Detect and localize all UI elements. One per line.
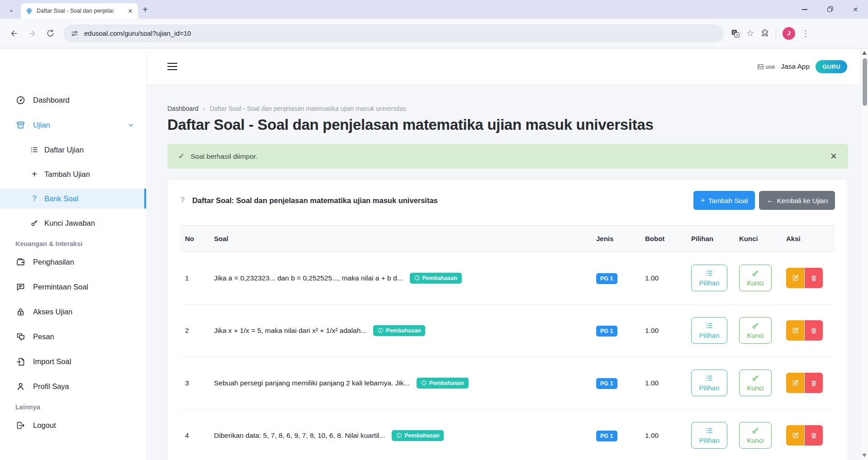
sidebar-item-ujian[interactable]: Ujian bbox=[0, 115, 146, 135]
pembahasan-badge[interactable]: Pembahasan bbox=[410, 273, 462, 284]
restore-icon bbox=[827, 6, 833, 12]
key-icon bbox=[751, 374, 759, 382]
col-header-pilihan: Pilihan bbox=[687, 226, 735, 252]
pembahasan-badge[interactable]: Pembahasan bbox=[392, 430, 444, 441]
col-header-kunci: Kunci bbox=[735, 226, 782, 252]
browser-tab[interactable]: Daftar Soal - Soal dan penjelasa ✕ bbox=[21, 3, 138, 19]
forward-button[interactable] bbox=[24, 26, 40, 41]
hamburger-menu-icon[interactable] bbox=[167, 63, 177, 71]
scroll-up-arrow-icon[interactable] bbox=[862, 51, 867, 55]
sidebar-item-dashboard[interactable]: Dashboard bbox=[0, 90, 146, 110]
kunci-button[interactable]: Kunci bbox=[739, 370, 772, 396]
kembali-ke-ujian-button[interactable]: ← Kembali ke Ujian bbox=[759, 191, 835, 210]
reload-button[interactable] bbox=[43, 26, 58, 41]
edit-button[interactable] bbox=[786, 373, 804, 393]
jenis-badge: PG 1 bbox=[596, 326, 617, 337]
edit-button[interactable] bbox=[786, 268, 804, 288]
sidebar-item-import-soal[interactable]: Import Soal bbox=[0, 351, 146, 371]
delete-button[interactable] bbox=[805, 425, 823, 446]
extensions-puzzle-icon[interactable] bbox=[760, 29, 769, 38]
delete-button[interactable] bbox=[805, 320, 823, 341]
sidebar-item-profil-saya[interactable]: Profil Saya bbox=[0, 376, 146, 396]
window-minimize-button[interactable] bbox=[792, 0, 817, 19]
translate-icon[interactable]: G A bbox=[731, 29, 740, 38]
page-scrollbar[interactable] bbox=[860, 48, 868, 460]
kunci-button[interactable]: Kunci bbox=[739, 317, 772, 344]
cell-no: 2 bbox=[180, 304, 209, 357]
sidebar-item-permintaan-soal[interactable]: Permintaan Soal bbox=[0, 277, 146, 297]
pilihan-button[interactable]: Pilihan bbox=[691, 370, 727, 396]
delete-button[interactable] bbox=[805, 268, 823, 288]
back-button[interactable] bbox=[6, 26, 22, 41]
info-circle-icon bbox=[378, 327, 384, 333]
url-bar[interactable]: edusoal.com/guru/soal?ujian_id=10 bbox=[63, 24, 724, 43]
sidebar-item-label: Penghasilan bbox=[33, 258, 74, 266]
alert-close-icon[interactable]: ✕ bbox=[830, 151, 837, 161]
breadcrumb-current: Daftar Soal - Soal dan penjelasan matema… bbox=[209, 105, 406, 112]
wallet-icon bbox=[15, 257, 25, 267]
sidebar-item-kunci-jawaban[interactable]: Kunci Jawaban bbox=[0, 213, 146, 233]
window-restore-button[interactable] bbox=[817, 0, 843, 19]
pilihan-button[interactable]: Pilihan bbox=[691, 422, 727, 449]
sidebar-item-akses-ujian[interactable]: Akses Ujian bbox=[0, 302, 146, 322]
card-header: ? Daftar Soal: Soal dan penjelasan matem… bbox=[168, 180, 848, 220]
browser-profile-avatar[interactable]: J bbox=[783, 27, 795, 40]
sidebar-item-label: Akses Ujian bbox=[33, 308, 72, 316]
sidebar-item-tambah-ujian[interactable]: + Tambah Ujian bbox=[0, 164, 146, 184]
pembahasan-badge[interactable]: Pembahasan bbox=[373, 325, 425, 336]
toolbar-separator bbox=[776, 28, 776, 39]
kunci-button[interactable]: Kunci bbox=[739, 422, 772, 449]
sidebar-item-pesan[interactable]: Pesan bbox=[0, 327, 146, 346]
pilihan-button[interactable]: Pilihan bbox=[691, 317, 727, 344]
tab-close-icon[interactable]: ✕ bbox=[126, 7, 134, 15]
pilihan-label: Pilihan bbox=[699, 384, 719, 392]
sidebar-item-daftar-ujian[interactable]: Daftar Ujian bbox=[0, 140, 146, 160]
soal-text: Jika x + 1/x = 5, maka nilai dari x² + 1… bbox=[214, 327, 366, 335]
col-header-no: No bbox=[180, 226, 209, 252]
kunci-label: Kunci bbox=[747, 436, 764, 444]
list-icon bbox=[705, 322, 713, 330]
bookmark-star-icon[interactable]: ☆ bbox=[746, 28, 754, 38]
site-favicon-diamond-icon bbox=[25, 7, 33, 15]
pembahasan-label: Pembahasan bbox=[386, 327, 421, 334]
kunci-button[interactable]: Kunci bbox=[739, 265, 772, 291]
browser-menu-icon[interactable]: ⋮ bbox=[802, 28, 810, 38]
edit-button[interactable] bbox=[786, 320, 804, 341]
tambah-soal-button[interactable]: + Tambah Soal bbox=[693, 191, 755, 210]
cell-no: 1 bbox=[180, 252, 209, 304]
sidebar-item-penghasilan[interactable]: Penghasilan bbox=[0, 252, 146, 272]
new-tab-button[interactable]: + bbox=[142, 5, 148, 15]
tab-search-button[interactable]: ⌄ bbox=[5, 3, 18, 16]
sidebar-item-label: Permintaan Soal bbox=[33, 283, 88, 291]
broken-image-icon bbox=[757, 63, 764, 71]
topbar-user-area[interactable]: use Jasa App GURU bbox=[757, 60, 847, 73]
breadcrumb-dashboard-link[interactable]: Dashboard bbox=[167, 105, 199, 112]
soal-table: No Soal Jenis Bobot Pilihan Kunci Aksi bbox=[180, 225, 835, 460]
chat-icon bbox=[15, 332, 25, 341]
help-question-icon: ? bbox=[180, 196, 185, 204]
trash-icon bbox=[810, 379, 817, 387]
sidebar-item-label: Logout bbox=[33, 421, 56, 430]
arrow-left-icon: ← bbox=[766, 196, 773, 204]
sidebar-item-logout[interactable]: Logout bbox=[0, 415, 146, 435]
trash-icon bbox=[810, 275, 817, 282]
alert-message: Soal berhasil diimpor. bbox=[190, 152, 257, 161]
arrow-left-icon bbox=[9, 29, 19, 38]
scroll-down-arrow-icon[interactable] bbox=[862, 454, 867, 457]
delete-button[interactable] bbox=[805, 373, 823, 393]
pilihan-button[interactable]: Pilihan bbox=[691, 265, 727, 291]
check-icon: ✓ bbox=[178, 152, 185, 161]
window-close-button[interactable]: ✕ bbox=[843, 0, 868, 19]
pembahasan-label: Pembahasan bbox=[422, 275, 457, 281]
plus-icon: + bbox=[701, 196, 705, 205]
lock-icon bbox=[15, 307, 25, 317]
jenis-badge: PG 1 bbox=[596, 431, 617, 441]
sidebar-item-bank-soal[interactable]: ? Bank Soal bbox=[0, 189, 146, 209]
archive-icon bbox=[15, 120, 25, 130]
sidebar-item-label: Kunci Jawaban bbox=[44, 219, 95, 228]
cell-no: 4 bbox=[180, 409, 209, 460]
scrollbar-thumb[interactable] bbox=[863, 58, 867, 106]
pembahasan-badge[interactable]: Pembahasan bbox=[417, 378, 469, 389]
edit-button[interactable] bbox=[786, 425, 804, 446]
soal-text: Jika a = 0,232323... dan b = 0,252525...… bbox=[214, 274, 403, 282]
